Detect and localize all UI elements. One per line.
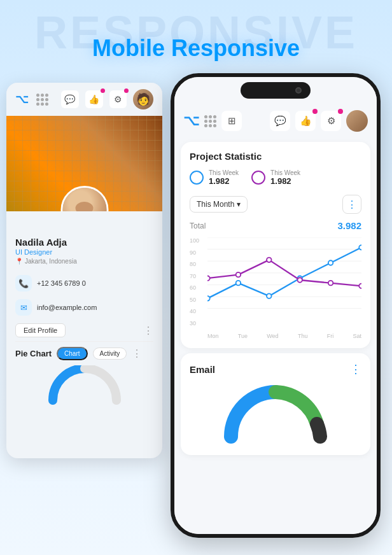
chat-icon: 💬: [64, 94, 75, 104]
right-phone: ⌥ ⊞ 💬 👍 ⚙ Proje: [171, 73, 381, 538]
blue-dot-wed: [267, 293, 271, 298]
activity-button[interactable]: Activity: [93, 348, 127, 360]
blue-dot-fri: [328, 260, 333, 265]
hero-image: [6, 116, 162, 211]
chart-button[interactable]: Chart: [57, 347, 87, 360]
r-thumb-icon: 👍: [300, 115, 312, 127]
chat-button[interactable]: 💬: [61, 90, 79, 108]
donut-svg: [218, 383, 333, 446]
phone-notch: [241, 82, 311, 99]
purple-dot-thu: [297, 278, 302, 282]
thumb-icon: 👍: [88, 94, 99, 104]
purple-dot-wed: [267, 258, 271, 262]
email-address: info@example.com: [37, 304, 97, 311]
r-settings-button[interactable]: ⚙: [321, 111, 341, 131]
edit-profile-button[interactable]: Edit Profile: [15, 323, 66, 337]
line-chart-svg: [207, 237, 361, 320]
email-contact: ✉ info@example.com: [6, 295, 162, 320]
phone-number: +12 345 6789 0: [37, 279, 86, 287]
stat-circle-purple: [251, 171, 265, 185]
purple-dot-mon: [207, 276, 210, 280]
profile-info: Nadila Adja UI Designer 📍 Jakarta, Indon…: [6, 237, 162, 271]
right-topbar: ⌥ ⊞ 💬 👍 ⚙: [174, 105, 377, 137]
r-dots-grid-icon: [204, 115, 216, 127]
dots-grid-icon: [36, 94, 48, 106]
x-axis-labels: Mon Tue Wed Thu Fri Sat: [207, 333, 361, 339]
r-grid-button[interactable]: ⊞: [221, 111, 242, 131]
r-avatar: [346, 110, 368, 132]
total-value: 3.982: [337, 220, 361, 231]
purple-dot-fri: [328, 281, 333, 285]
stat-value-2: 1.982: [270, 176, 300, 186]
location-icon: 📍: [15, 258, 23, 265]
month-label: This Month: [197, 200, 234, 209]
stat-info-1: This Week 1.982: [209, 169, 239, 186]
blue-dot-mon: [207, 296, 210, 300]
avatar: 🧑: [133, 89, 153, 109]
purple-dot-sat: [359, 284, 361, 288]
r-chat-button[interactable]: 💬: [270, 111, 290, 131]
phone-icon: 📞: [18, 279, 29, 288]
settings-badge: [124, 88, 129, 93]
ellipsis-icon: ⋮: [347, 199, 357, 211]
blue-dot-sat: [359, 245, 361, 249]
camera-dot: [295, 87, 302, 94]
r-filter-icon: ⌥: [183, 113, 199, 129]
stat-info-2: This Week 1.982: [270, 169, 300, 186]
pie-chart-preview: [6, 365, 162, 407]
gear-icon: ⚙: [114, 94, 122, 104]
stats-row: This Week 1.982 This Week 1.982: [190, 169, 361, 186]
profile-location: 📍 Jakarta, Indonesia: [15, 258, 153, 265]
r-badge: [312, 109, 318, 114]
purple-dot-tue: [236, 272, 241, 277]
total-row: Total 3.982: [190, 220, 361, 231]
r-chat-icon: 💬: [274, 115, 286, 127]
phone-contact: 📞 +12 345 6789 0: [6, 271, 162, 295]
pie-chart-title: Pie Chart: [15, 349, 52, 358]
pie-chart-svg: [46, 365, 123, 407]
filter-menu-button[interactable]: ⋮: [342, 195, 361, 214]
project-statistic-card: Project Statistic This Week 1.982 This W…: [181, 142, 370, 348]
donut-chart: [190, 383, 361, 446]
stat-value-1: 1.982: [209, 176, 239, 186]
settings-button[interactable]: ⚙: [109, 90, 127, 108]
email-menu-icon[interactable]: ⋮: [350, 362, 361, 376]
stat-item-2: This Week 1.982: [251, 169, 300, 186]
pie-chart-row: Pie Chart Chart Activity ⋮: [6, 342, 162, 365]
left-card: ⌥ 💬 👍 ⚙ 🧑 Nadila Adja UI Designer: [6, 83, 162, 458]
email-header: Email ⋮: [190, 362, 361, 376]
grid-icon: ⊞: [228, 115, 236, 127]
stat-item-1: This Week 1.982: [190, 169, 239, 186]
profile-face: [62, 188, 106, 211]
stat-label-1: This Week: [209, 169, 239, 176]
r-settings-badge: [338, 109, 343, 114]
pie-more-icon[interactable]: ⋮: [132, 348, 142, 360]
email-icon: ✉: [20, 303, 27, 313]
filter-icon: ⌥: [15, 92, 29, 106]
profile-name: Nadila Adja: [15, 237, 153, 248]
chart-area: 100 90 80 70 60 50 40 30: [190, 237, 361, 339]
total-label: Total: [190, 221, 206, 230]
thumb-button[interactable]: 👍: [85, 90, 103, 108]
chevron-down-icon: ▾: [237, 200, 241, 209]
profile-avatar: [60, 186, 108, 211]
edit-profile-row: Edit Profile ⋮: [6, 320, 162, 341]
profile-role: UI Designer: [15, 248, 153, 256]
email-icon-wrap: ✉: [15, 299, 32, 316]
main-title: Mobile Responsive: [0, 35, 392, 62]
phone-icon-wrap: 📞: [15, 275, 32, 292]
stat-circle-blue: [190, 171, 204, 185]
r-thumb-button[interactable]: 👍: [295, 111, 316, 131]
r-gear-icon: ⚙: [327, 115, 335, 127]
left-topbar: ⌥ 💬 👍 ⚙ 🧑: [6, 83, 162, 116]
email-card: Email ⋮: [181, 353, 370, 455]
project-card-title: Project Statistic: [190, 151, 361, 162]
y-axis-labels: 100 90 80 70 60 50 40 30: [190, 237, 207, 327]
right-phone-content: ⌥ ⊞ 💬 👍 ⚙ Proje: [174, 77, 377, 534]
stat-label-2: This Week: [270, 169, 300, 176]
notification-badge: [101, 88, 105, 93]
blue-dot-tue: [236, 281, 241, 285]
month-select[interactable]: This Month ▾: [190, 196, 248, 213]
more-options-icon[interactable]: ⋮: [143, 325, 153, 337]
filter-row: This Month ▾ ⋮: [190, 195, 361, 214]
